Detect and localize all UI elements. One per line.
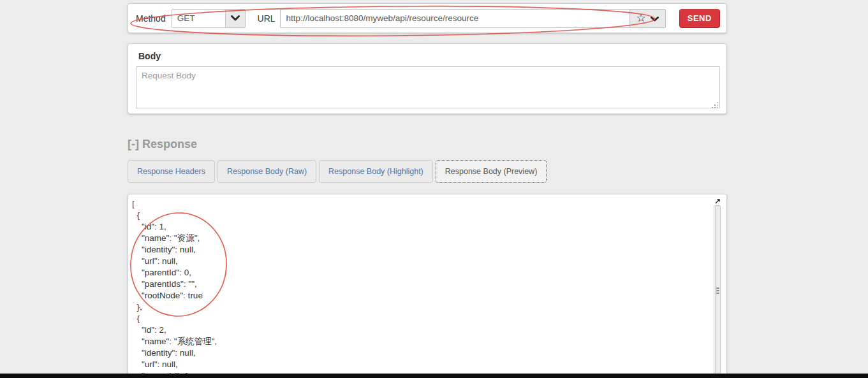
- response-tabs: Response HeadersResponse Body (Raw)Respo…: [128, 160, 547, 183]
- body-panel: Body: [128, 43, 727, 114]
- rest-client-page: Method GET URL ☆ SEND Body [-] Response …: [0, 0, 868, 378]
- response-scrollbar[interactable]: [714, 196, 721, 378]
- response-json-text: [ { "id": 1, "name": "资源", "identity": n…: [132, 198, 712, 378]
- response-section-title: [-] Response: [128, 138, 197, 151]
- url-label: URL: [258, 13, 276, 24]
- url-input[interactable]: [280, 9, 629, 28]
- response-tab-3[interactable]: Response Body (Preview): [436, 160, 547, 183]
- send-button[interactable]: SEND: [679, 9, 720, 28]
- url-group: ☆: [280, 9, 666, 28]
- response-preview: [ { "id": 1, "name": "资源", "identity": n…: [128, 194, 712, 378]
- method-select[interactable]: GET: [172, 9, 246, 28]
- method-select-value: GET: [172, 10, 225, 27]
- taskbar-edge: [0, 374, 868, 378]
- chevron-down-icon: [225, 10, 245, 27]
- response-panel: [ { "id": 1, "name": "资源", "identity": n…: [128, 194, 727, 378]
- scrollbar-thumb[interactable]: [715, 205, 721, 375]
- response-tab-2[interactable]: Response Body (Highlight): [319, 160, 433, 183]
- chevron-down-icon: [651, 13, 659, 24]
- response-tab-1[interactable]: Response Body (Raw): [217, 160, 316, 183]
- request-body-textarea[interactable]: [136, 66, 720, 108]
- response-tab-0[interactable]: Response Headers: [128, 160, 215, 183]
- scrollbar-track[interactable]: [714, 205, 721, 378]
- scrollbar-arrow-icon[interactable]: [714, 197, 721, 205]
- favorites-dropdown-button[interactable]: ☆: [629, 9, 666, 28]
- star-icon: ☆: [636, 13, 645, 24]
- method-label: Method: [136, 13, 166, 24]
- body-panel-title: Body: [128, 44, 726, 61]
- request-bar: Method GET URL ☆ SEND: [128, 3, 727, 33]
- scrollbar-grip-icon: [716, 286, 719, 295]
